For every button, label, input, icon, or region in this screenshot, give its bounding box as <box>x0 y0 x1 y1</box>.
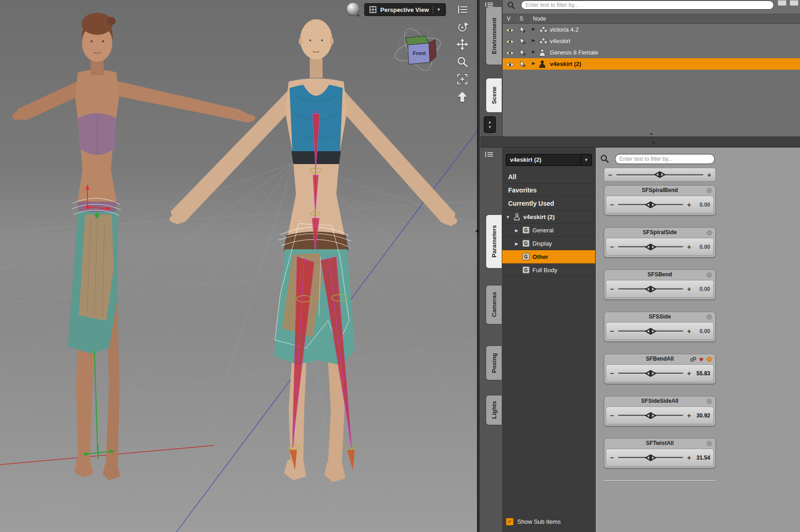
increment-button[interactable]: + <box>707 171 712 179</box>
show-sub-items-control[interactable]: ✓ Show Sub Items <box>506 518 561 526</box>
filter-option-button[interactable] <box>778 0 787 6</box>
chevron-down-icon[interactable]: ▼ <box>437 7 441 12</box>
slider-thumb[interactable] <box>654 171 666 178</box>
param-value[interactable]: 0.00 <box>692 202 710 208</box>
decrement-button[interactable]: − <box>609 369 615 377</box>
gear-icon[interactable] <box>706 187 712 194</box>
scroll-down-icon[interactable]: ▼ <box>488 125 492 129</box>
visibility-eye-icon[interactable] <box>506 38 514 46</box>
group-item-other-selected[interactable]: G Other <box>502 250 595 263</box>
tab-posing[interactable]: Posing <box>486 346 502 380</box>
orbit-rotate-icon[interactable] <box>455 20 469 34</box>
decrement-button[interactable]: − <box>609 201 615 208</box>
frame-icon[interactable] <box>455 72 469 86</box>
tab-cameras[interactable]: Cameras <box>486 285 502 324</box>
group-item-all[interactable]: All <box>502 170 595 184</box>
slider-track[interactable] <box>618 288 683 290</box>
visibility-eye-icon[interactable] <box>506 49 514 58</box>
tab-parameters[interactable]: Parameters <box>486 214 502 269</box>
splitter-grip-icon[interactable]: ▲ <box>649 131 653 136</box>
expand-icon[interactable]: ▶ <box>515 241 518 246</box>
tab-lights[interactable]: Lights <box>486 395 502 425</box>
node-label[interactable]: Genesis 8 Female <box>550 49 598 56</box>
slider-thumb[interactable] <box>645 412 657 419</box>
increment-button[interactable]: + <box>686 369 692 377</box>
tab-environment[interactable]: Environment <box>486 6 502 65</box>
expand-icon[interactable]: ▶ <box>532 49 535 54</box>
slider-thumb[interactable] <box>645 370 657 377</box>
tree-row[interactable]: ▶ v4eskirt <box>503 35 800 47</box>
gear-icon[interactable] <box>706 314 712 320</box>
group-item-currently-used[interactable]: Currently Used <box>502 197 595 210</box>
selectable-pointer-icon[interactable] <box>519 26 526 35</box>
param-value[interactable]: 0.00 <box>692 328 710 335</box>
horizontal-splitter[interactable]: ▲ <box>480 137 800 148</box>
slider-thumb[interactable] <box>645 243 657 251</box>
params-filter-input[interactable] <box>615 154 715 164</box>
node-label[interactable]: victoria 4.2 <box>550 26 579 33</box>
decrement-button[interactable]: − <box>609 243 615 251</box>
group-item-node[interactable]: ▼ v4eskirt (2) <box>502 210 595 224</box>
group-item-display[interactable]: ▶ G Display <box>502 237 595 250</box>
viewport-3d-scene[interactable] <box>0 0 477 532</box>
tree-row[interactable]: ▶ Genesis 8 Female <box>503 47 800 58</box>
gear-icon[interactable] <box>706 272 712 278</box>
param-value[interactable]: 0.00 <box>692 286 710 292</box>
pane-options-icon[interactable] <box>485 151 494 159</box>
node-label[interactable]: v4eskirt <box>550 38 570 44</box>
slider-track[interactable] <box>616 174 703 176</box>
pan-icon[interactable] <box>455 38 469 51</box>
view-cube[interactable] <box>392 23 444 76</box>
chevron-down-icon[interactable]: ▼ <box>581 154 592 165</box>
decrement-button[interactable]: − <box>608 171 613 179</box>
favorite-heart-icon[interactable] <box>698 356 704 362</box>
selectable-pointer-icon[interactable] <box>519 49 526 58</box>
decrement-button[interactable]: − <box>609 411 615 419</box>
scroll-up-icon[interactable]: ▲ <box>488 120 492 124</box>
slider-track[interactable] <box>618 415 683 416</box>
slider-thumb[interactable] <box>645 285 657 293</box>
decrement-button[interactable]: − <box>609 454 615 461</box>
collapse-icon[interactable]: ▼ <box>506 215 510 219</box>
gear-icon[interactable] <box>706 398 712 405</box>
group-item-full-body[interactable]: G Full Body <box>502 263 595 277</box>
checkbox-checked[interactable]: ✓ <box>506 518 514 526</box>
slider-track[interactable] <box>618 204 683 205</box>
slider-thumb[interactable] <box>645 328 657 335</box>
link-icon[interactable] <box>690 356 696 362</box>
slider-track[interactable] <box>618 457 683 458</box>
tree-row-selected[interactable]: ▶ v4eskirt (2) <box>503 58 800 70</box>
node-selector-dropdown[interactable]: v4eskirt (2) ▼ <box>506 154 592 166</box>
tree-row[interactable]: ▶ victoria 4.2 <box>503 24 800 35</box>
expand-icon[interactable]: ▶ <box>532 38 535 43</box>
node-label[interactable]: v4eskirt (2) <box>550 60 581 67</box>
view-cube-front-label[interactable]: Front <box>405 50 433 56</box>
increment-button[interactable]: + <box>686 411 692 419</box>
panel-collapse-icon[interactable]: ◀ <box>475 228 479 233</box>
expand-icon[interactable]: ▶ <box>515 228 518 233</box>
param-value[interactable]: 31.54 <box>692 455 710 461</box>
visibility-eye-icon[interactable] <box>506 27 514 35</box>
slider-partial[interactable]: − + <box>604 168 716 181</box>
increment-button[interactable]: + <box>686 454 692 461</box>
decrement-button[interactable]: − <box>609 327 615 335</box>
splitter-grip-icon[interactable]: ▲ <box>652 140 656 144</box>
viewport[interactable]: ▼ Perspective View ▼ <box>0 0 477 532</box>
increment-button[interactable]: + <box>686 327 692 335</box>
decrement-button[interactable]: − <box>609 285 615 293</box>
param-value[interactable]: 30.92 <box>692 412 710 419</box>
gear-icon[interactable] <box>706 440 712 447</box>
slider-thumb[interactable] <box>645 454 657 461</box>
scene-filter-input[interactable] <box>521 0 774 10</box>
selectable-pointer-icon[interactable] <box>519 60 526 69</box>
visibility-eye-icon[interactable] <box>506 61 514 69</box>
gear-icon[interactable] <box>706 356 712 362</box>
drawstyle-chevron-icon[interactable]: ▼ <box>356 14 360 18</box>
tab-scene[interactable]: Scene <box>486 78 502 113</box>
param-value[interactable]: 55.83 <box>692 370 710 377</box>
group-item-favorites[interactable]: Favorites <box>502 184 595 197</box>
increment-button[interactable]: + <box>686 201 692 208</box>
group-item-general[interactable]: ▶ G General <box>502 224 595 237</box>
increment-button[interactable]: + <box>686 243 692 251</box>
expand-icon[interactable]: ▶ <box>532 27 535 31</box>
